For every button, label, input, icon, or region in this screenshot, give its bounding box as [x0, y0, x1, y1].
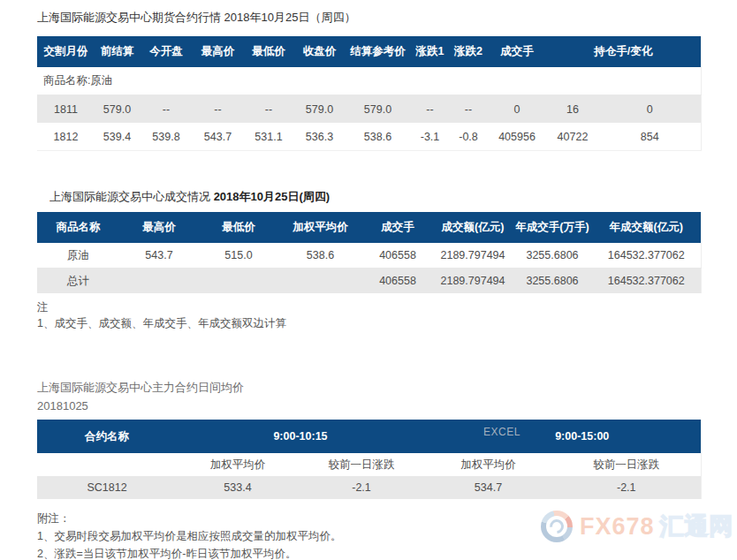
cell-high: --: [193, 95, 243, 124]
col-settlement-ref: 结算参考价: [345, 36, 411, 67]
cell-change-2: -2.1: [552, 476, 701, 499]
col-low: 最低价: [199, 212, 278, 243]
cell-settlement-ref: 579.0: [345, 95, 411, 124]
cell-prev-settlement: 579.0: [95, 95, 140, 124]
footnote-block: 附注： 1、交易时段交易加权平均价是相应按照成交量的加权平均价。 2、涨跌=当日…: [37, 510, 701, 560]
cell-low: 531.1: [243, 123, 294, 151]
cell-open: 539.8: [140, 123, 193, 151]
note-title: 注: [37, 299, 701, 315]
cell-month: 1811: [37, 95, 95, 124]
cell-volume: 406558: [362, 243, 433, 269]
col-contract-name: 合约名称: [37, 420, 177, 453]
subcol-change-1: 较前一日涨跌: [299, 453, 424, 476]
table-row: 1812 539.4 539.8 543.7 531.1 536.3 538.6…: [37, 123, 701, 151]
table-row: SC1812 533.4 -2.1 534.7 -2.1: [37, 476, 701, 499]
cell-weighted-avg-1: 533.4: [177, 476, 299, 499]
table-row: 原油 543.7 515.0 538.6 406558 2189.797494 …: [37, 243, 701, 269]
trading-summary-date: 2018年10月25日(周四): [214, 190, 331, 203]
cell-weighted-avg: 538.6: [278, 243, 362, 269]
col-session-fullday: 9:00-15:00: [424, 420, 701, 453]
col-open: 今开盘: [140, 36, 193, 67]
footnote-line-1: 1、交易时段交易加权平均价是相应按照成交量的加权平均价。: [37, 527, 701, 545]
cell-ytd-volume: 3255.6806: [513, 243, 592, 269]
trading-summary-title: 上海国际能源交易中心成交情况 2018年10月25日(周四): [49, 190, 701, 204]
futures-quotes-title: 上海国际能源交易中心期货合约行情 2018年10月25日（周四）: [37, 11, 701, 25]
report-page: 上海国际能源交易中心期货合约行情 2018年10月25日（周四） 交割月份 前结…: [0, 0, 701, 560]
table-header-row: 商品名称 最高价 最低价 加权平均价 成交手 成交额(亿元) 年成交手(万手) …: [37, 212, 701, 243]
col-ytd-turnover: 年成交额(亿元): [592, 212, 701, 243]
cell-change-1: -2.1: [299, 476, 424, 499]
col-close: 收盘价: [294, 36, 345, 67]
col-volume: 成交手: [488, 36, 546, 67]
cell-product: 原油: [37, 243, 119, 269]
cell-open-interest: 16: [546, 95, 599, 124]
excel-download-link[interactable]: EXCEL: [483, 426, 520, 438]
cell-oi-change: 0: [599, 95, 701, 124]
cell-prev-settlement: 539.4: [95, 123, 140, 151]
cell-turnover: 2189.797494: [433, 243, 513, 269]
cell-volume: 406558: [362, 269, 433, 294]
col-prev-settlement: 前结算: [95, 36, 140, 67]
col-low: 最低价: [243, 36, 294, 67]
trading-summary-table: 商品名称 最高价 最低价 加权平均价 成交手 成交额(亿元) 年成交手(万手) …: [37, 212, 702, 293]
col-product-name: 商品名称: [37, 212, 119, 243]
subcol-empty: [37, 453, 177, 476]
cell-close: 536.3: [294, 123, 345, 151]
cell-low: --: [243, 95, 294, 124]
cell-change1: --: [411, 95, 449, 124]
table-header-row: 交割月份 前结算 今开盘 最高价 最低价 收盘价 结算参考价 涨跌1 涨跌2 成…: [37, 36, 701, 67]
cell-open: --: [140, 95, 193, 124]
subcol-change-2: 较前一日涨跌: [552, 453, 701, 476]
cell-open-interest: 40722: [546, 123, 599, 151]
cell-change2: --: [449, 95, 488, 124]
cell-ytd-turnover: 164532.377062: [592, 243, 701, 269]
cell-turnover: 2189.797494: [433, 269, 513, 294]
table-header-row: 合约名称 9:00-10:15 9:00-15:00: [37, 420, 701, 453]
report-date: 20181025: [37, 399, 701, 413]
main-contract-title: 上海国际能源交易中心主力合约日间均价: [37, 381, 701, 395]
cell-volume: 0: [488, 95, 546, 124]
cell-settlement-ref: 538.6: [345, 123, 411, 151]
col-high: 最高价: [119, 212, 199, 243]
col-delivery-month: 交割月份: [37, 36, 95, 67]
col-ytd-volume: 年成交手(万手): [513, 212, 592, 243]
cell-oi-change: 854: [599, 123, 701, 151]
cell-close: 579.0: [294, 95, 345, 124]
cell-month: 1812: [37, 123, 95, 151]
product-group-row: 商品名称:原油: [37, 67, 701, 95]
cell-high: 543.7: [119, 243, 199, 269]
col-volume: 成交手: [362, 212, 433, 243]
footnote-line-2: 2、涨跌=当日该节加权平均价-昨日该节加权平均价。: [37, 545, 701, 560]
avg-price-table: 合约名称 9:00-10:15 9:00-15:00 加权平均价 较前一日涨跌 …: [37, 420, 702, 499]
col-open-interest-change: 持仓手/变化: [546, 36, 701, 67]
note-block: 注 1、成交手、成交额、年成交手、年成交额双边计算: [37, 299, 701, 331]
cell-change1: -3.1: [411, 123, 449, 151]
cell-contract: SC1812: [37, 476, 177, 499]
cell-ytd-volume: 3255.6806: [513, 269, 592, 294]
cell-product: 总计: [37, 269, 119, 294]
cell-high: [119, 269, 199, 294]
cell-low: 515.0: [199, 243, 278, 269]
cell-weighted-avg-2: 534.7: [424, 476, 552, 499]
subcol-weighted-avg-2: 加权平均价: [424, 453, 552, 476]
col-session-morning: 9:00-10:15: [177, 420, 424, 453]
cell-volume: 405956: [488, 123, 546, 151]
futures-quotes-table: 交割月份 前结算 今开盘 最高价 最低价 收盘价 结算参考价 涨跌1 涨跌2 成…: [37, 36, 702, 151]
cell-ytd-turnover: 164532.377062: [592, 269, 701, 294]
subcol-weighted-avg-1: 加权平均价: [177, 453, 299, 476]
total-row: 总计 406558 2189.797494 3255.6806 164532.3…: [37, 269, 701, 294]
product-name-label: 商品名称:原油: [37, 67, 701, 95]
note-line: 1、成交手、成交额、年成交手、年成交额双边计算: [37, 315, 701, 331]
footnote-title: 附注：: [37, 510, 701, 527]
avg-price-table-wrap: EXCEL 合约名称 9:00-10:15 9:00-15:00 加权平均价 较…: [37, 420, 701, 499]
table-subheader-row: 加权平均价 较前一日涨跌 加权平均价 较前一日涨跌: [37, 453, 701, 476]
table-row: 1811 579.0 -- -- -- 579.0 579.0 -- -- 0 …: [37, 95, 701, 124]
col-change1: 涨跌1: [411, 36, 449, 67]
trading-summary-title-text: 上海国际能源交易中心成交情况: [49, 190, 214, 203]
col-change2: 涨跌2: [449, 36, 488, 67]
cell-high: 543.7: [193, 123, 243, 151]
col-turnover: 成交额(亿元): [433, 212, 513, 243]
cell-weighted-avg: [278, 269, 362, 294]
col-weighted-avg: 加权平均价: [278, 212, 362, 243]
cell-low: [199, 269, 278, 294]
